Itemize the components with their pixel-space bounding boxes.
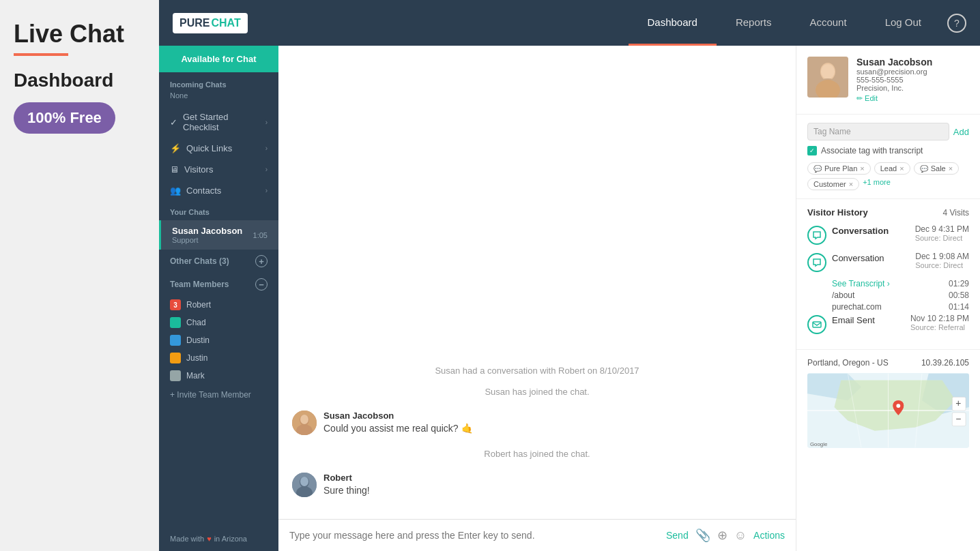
- emoji-icon[interactable]: ☺: [734, 528, 747, 543]
- heart-icon: ♥: [207, 535, 212, 543]
- sender-robert: Robert: [323, 473, 370, 483]
- svg-point-7: [300, 477, 308, 486]
- email-date: Nov 10 2:18 PM Source: Referral: [910, 314, 969, 331]
- promo-panel: Live Chat Dashboard 100% Free: [0, 0, 159, 551]
- avatar-susan: [292, 411, 317, 435]
- add-icon[interactable]: ⊕: [717, 528, 727, 543]
- your-chats-label: Your Chats: [159, 201, 278, 220]
- member-name-mark: Mark: [186, 371, 205, 381]
- right-panel: Susan Jacobson susan@precision.org 555-5…: [796, 46, 980, 551]
- sidebar-item-contacts[interactable]: 👥 Contacts ›: [159, 180, 278, 201]
- chat-area: Susan had a conversation with Robert on …: [278, 46, 796, 551]
- member-dot-chad: [170, 317, 181, 328]
- member-dot-robert: 3: [170, 299, 181, 310]
- vh-title: Visitor History: [807, 207, 868, 218]
- member-chad[interactable]: Chad: [159, 314, 278, 331]
- contact-name: Susan Jacobson: [856, 57, 969, 68]
- top-nav: PURE CHAT Dashboard Reports Account Log …: [159, 0, 980, 46]
- chat-input[interactable]: [289, 530, 659, 541]
- vh-sub-time-2: 00:58: [949, 291, 969, 300]
- tag-pure-plan: 💬 Pure Plan ×: [807, 162, 871, 175]
- help-icon[interactable]: ?: [947, 14, 966, 33]
- arrow-icon: ›: [265, 166, 268, 173]
- attachment-icon[interactable]: 📎: [695, 528, 710, 543]
- member-name-justin: Justin: [186, 353, 207, 363]
- associate-checkbox[interactable]: ✓: [807, 146, 817, 155]
- app-body: Available for Chat Incoming Chats None ✓…: [159, 46, 980, 551]
- member-name-dustin: Dustin: [186, 336, 210, 345]
- tag-row: Tag Name Add: [807, 123, 969, 140]
- contact-edit-button[interactable]: ✏ Edit: [856, 94, 969, 103]
- svg-point-10: [821, 64, 835, 79]
- tag-label: Customer: [813, 180, 846, 188]
- contact-phone: 555-555-5555: [856, 76, 969, 84]
- avatar-robert: [292, 473, 317, 497]
- actions-button[interactable]: Actions: [753, 530, 785, 541]
- message-content-robert: Robert Sure thing!: [323, 473, 370, 496]
- send-button[interactable]: Send: [666, 530, 689, 541]
- incoming-chats-label: Incoming Chats: [159, 72, 278, 91]
- member-mark[interactable]: Mark: [159, 367, 278, 385]
- see-transcript-link[interactable]: See Transcript ›: [832, 279, 890, 288]
- system-message-3: Robert has joined the chat.: [292, 449, 782, 459]
- tag-add-button[interactable]: Add: [953, 127, 969, 137]
- promo-title: Live Chat: [14, 20, 145, 48]
- available-button[interactable]: Available for Chat: [159, 46, 278, 72]
- conversation-icon-1: [807, 226, 826, 245]
- tag-icon: 💬: [920, 165, 928, 173]
- vh-source-2: Source: Direct: [915, 261, 969, 269]
- tag-label: Sale: [931, 164, 946, 173]
- tag-remove[interactable]: ×: [860, 164, 864, 173]
- chat-item-susan[interactable]: Susan Jacobson Support 1:05: [159, 220, 278, 250]
- member-dot-justin: [170, 353, 181, 363]
- sidebar-item-visitors[interactable]: 🖥 Visitors ›: [159, 159, 278, 180]
- vh-date-1: Dec 9 4:31 PM Source: Direct: [915, 224, 969, 242]
- tag-remove[interactable]: ×: [949, 164, 953, 173]
- associate-row: ✓ Associate tag with transcript: [807, 146, 969, 155]
- sidebar-item-checklist[interactable]: ✓ Get Started Checklist ›: [159, 106, 278, 138]
- arrow-icon: ›: [265, 145, 268, 152]
- vh-date-text-2: Dec 1 9:08 AM: [915, 252, 969, 261]
- member-justin[interactable]: Justin: [159, 349, 278, 367]
- sender-susan: Susan Jacobson: [323, 411, 473, 421]
- vh-header: Visitor History 4 Visits: [807, 207, 969, 218]
- tag-remove[interactable]: ×: [849, 180, 853, 188]
- chat-sub: Support: [172, 236, 253, 244]
- email-sent-label: Email Sent: [832, 315, 875, 325]
- tag-select[interactable]: Tag Name: [807, 123, 949, 140]
- more-tags-link[interactable]: +1 more: [863, 178, 891, 190]
- message-content-susan: Susan Jacobson Could you assist me real …: [323, 411, 473, 434]
- tag-label: Lead: [880, 164, 897, 173]
- nav-logout[interactable]: Log Out: [866, 0, 940, 46]
- nav-account[interactable]: Account: [790, 0, 865, 46]
- nav-reports[interactable]: Reports: [717, 0, 791, 46]
- vh-conversation-2: Conversation Dec 1 9:08 AM Source: Direc…: [807, 252, 969, 272]
- vh-conversation-label-1: Conversation: [832, 226, 889, 236]
- nav-dashboard[interactable]: Dashboard: [629, 0, 717, 46]
- vh-conversation-1: Conversation Dec 9 4:31 PM Source: Direc…: [807, 224, 969, 245]
- logo[interactable]: PURE CHAT: [173, 13, 248, 33]
- system-message-1: Susan had a conversation with Robert on …: [292, 366, 782, 376]
- location-header: Portland, Oregon - US 10.39.26.105: [807, 358, 969, 368]
- tag-lead: Lead ×: [874, 162, 910, 175]
- map-placeholder: Google + −: [807, 373, 969, 448]
- vh-count: 4 Visits: [943, 208, 969, 218]
- system-message-2: Susan has joined the chat.: [292, 387, 782, 397]
- nav-links: Dashboard Reports Account Log Out: [629, 0, 941, 46]
- member-robert[interactable]: 3 Robert: [159, 296, 278, 314]
- sidebar-item-quicklinks[interactable]: ⚡ Quick Links ›: [159, 138, 278, 159]
- promo-underline: [14, 53, 68, 56]
- contact-info: Susan Jacobson susan@precision.org 555-5…: [856, 57, 969, 103]
- contact-photo: [807, 57, 848, 98]
- chat-messages: Susan had a conversation with Robert on …: [278, 46, 796, 519]
- add-chat-button[interactable]: +: [255, 255, 268, 267]
- collapse-team-button[interactable]: −: [255, 278, 268, 291]
- member-dustin[interactable]: Dustin: [159, 331, 278, 349]
- email-source: Source: Referral: [910, 323, 969, 331]
- tag-remove[interactable]: ×: [899, 164, 904, 173]
- app-main: PURE CHAT Dashboard Reports Account Log …: [159, 0, 980, 551]
- arrow-icon: ›: [265, 187, 268, 194]
- footer-location: in Arizona: [214, 535, 247, 543]
- visitor-history: Visitor History 4 Visits Conversation: [796, 199, 980, 350]
- invite-member-link[interactable]: + Invite Team Member: [159, 385, 278, 405]
